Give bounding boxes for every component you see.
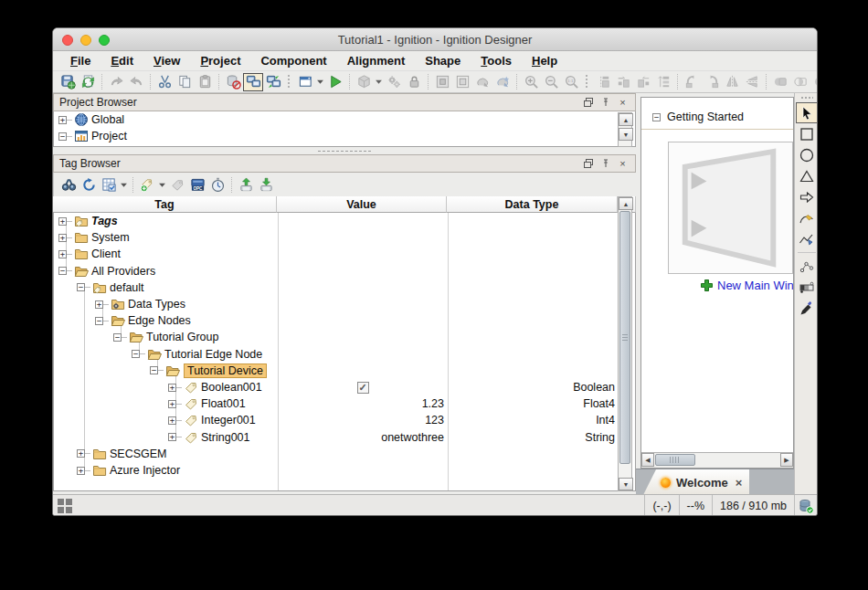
tree-toggle-icon[interactable]: + <box>95 300 103 309</box>
project-tree-row-global[interactable]: +Global <box>54 111 619 128</box>
grid-toggle-icon[interactable] <box>58 499 72 513</box>
tag-tree-row-tutorial-group[interactable]: −Tutorial Group <box>54 329 619 345</box>
shape-circle-tool-icon[interactable] <box>796 144 818 165</box>
menu-tools[interactable]: Tools <box>471 54 522 68</box>
palette-grip[interactable] <box>800 96 813 100</box>
value-cell[interactable]: ✓ <box>278 379 448 395</box>
close-panel-icon[interactable]: × <box>616 158 630 170</box>
pen-tool-icon[interactable] <box>796 228 818 249</box>
menu-help[interactable]: Help <box>522 54 567 68</box>
tag-tree-row-edge-nodes[interactable]: −Edge Nodes <box>54 312 619 329</box>
value-cell[interactable]: 1.23 <box>278 395 448 412</box>
tag-tree-row-tutorial-edge-node[interactable]: −Tutorial Edge Node <box>54 346 619 363</box>
shape-square-tool-icon[interactable] <box>796 123 818 144</box>
cut-icon[interactable] <box>154 73 175 91</box>
menu-view[interactable]: View <box>143 54 190 68</box>
tag-tree-row-azure-injector[interactable]: +Azure Injector <box>54 462 619 479</box>
tree-toggle-icon[interactable]: + <box>168 384 176 392</box>
pin-panel-icon[interactable] <box>598 97 612 109</box>
refresh-blue-icon[interactable] <box>79 175 99 194</box>
scroll-up-icon[interactable]: ▲ <box>619 197 633 210</box>
tag-add-icon[interactable] <box>137 175 157 194</box>
path-nodes-tool-icon[interactable] <box>796 256 818 277</box>
menu-project[interactable]: Project <box>190 54 250 68</box>
new-main-window-link[interactable]: New Main Window <box>700 279 794 292</box>
tab-welcome[interactable]: Welcome × <box>643 469 749 495</box>
dropdown-icon[interactable] <box>157 175 167 194</box>
tree-toggle-icon[interactable]: + <box>77 467 85 475</box>
tree-toggle-icon[interactable]: − <box>77 283 85 291</box>
tag-tree-row-tutorial-device[interactable]: −Tutorial Device <box>54 363 619 379</box>
tag-tree-row-data-types[interactable]: +Data Types <box>54 296 619 312</box>
column-header-data-type[interactable]: Data Type <box>447 196 618 213</box>
tree-toggle-icon[interactable]: + <box>58 217 67 226</box>
toolbar-grip[interactable] <box>287 74 291 90</box>
menu-edit[interactable]: Edit <box>101 54 143 68</box>
scroll-down-icon[interactable]: ▼ <box>619 478 633 490</box>
tag-tree-row-all-providers[interactable]: −All Providers <box>54 263 619 279</box>
pencil-tool-icon[interactable] <box>796 207 818 228</box>
menu-component[interactable]: Component <box>250 54 336 68</box>
shape-arrow-tool-icon[interactable] <box>796 186 818 207</box>
db-block-icon[interactable] <box>223 73 243 91</box>
tag-browser-scrollbar[interactable]: ▲ ▼ <box>618 196 632 491</box>
export-icon[interactable] <box>236 175 256 194</box>
dropdown-icon[interactable] <box>315 73 325 91</box>
eyedropper-tool-icon[interactable] <box>796 298 818 319</box>
tree-toggle-icon[interactable]: − <box>95 317 103 325</box>
project-browser-scrollbar[interactable]: ▲ ▼ <box>618 112 632 147</box>
tree-toggle-icon[interactable]: − <box>58 267 67 275</box>
tree-toggle-icon[interactable]: + <box>168 400 176 408</box>
play-icon[interactable] <box>325 73 345 91</box>
dropdown-icon[interactable] <box>119 175 129 194</box>
panel-splitter[interactable] <box>53 147 636 154</box>
scrollbar-thumb[interactable] <box>619 211 630 464</box>
tree-toggle-icon[interactable]: + <box>58 234 67 242</box>
project-tree-row-project[interactable]: −Project <box>54 128 619 144</box>
tree-toggle-icon[interactable]: − <box>113 333 122 342</box>
save-icon[interactable] <box>58 73 78 91</box>
close-tab-icon[interactable]: × <box>736 476 743 490</box>
menu-file[interactable]: File <box>60 54 101 68</box>
scroll-left-icon[interactable]: ◀ <box>641 453 654 467</box>
cursor-tool-icon[interactable] <box>796 102 818 123</box>
opc-icon[interactable]: OPC <box>187 175 207 194</box>
gateway-status-icon[interactable] <box>795 499 817 514</box>
column-header-value[interactable]: Value <box>277 196 447 213</box>
tag-tree-row-secsgem[interactable]: +SECSGEM <box>54 446 619 462</box>
close-panel-icon[interactable]: × <box>616 97 630 109</box>
column-header-tag[interactable]: Tag <box>53 196 277 213</box>
tree-toggle-icon[interactable]: + <box>168 416 176 425</box>
titlebar[interactable]: Tutorial1 - Ignition - Ignition Designer <box>53 28 817 51</box>
tag-tree-row-client[interactable]: +Client <box>54 246 619 262</box>
window-new-icon[interactable] <box>295 73 315 91</box>
update-icon[interactable] <box>78 73 98 91</box>
tag-tree-row-default[interactable]: −default <box>54 279 619 296</box>
scrollbar-thumb[interactable] <box>655 454 695 466</box>
tree-toggle-icon[interactable]: + <box>58 250 67 258</box>
toolbar-grip[interactable] <box>585 74 589 90</box>
shape-triangle-tool-icon[interactable] <box>796 165 818 186</box>
copy-icon[interactable] <box>175 73 195 91</box>
scroll-up-icon[interactable]: ▲ <box>619 113 633 126</box>
tag-tree-row-system[interactable]: +System <box>54 229 619 246</box>
computers-sync-icon[interactable] <box>263 73 283 91</box>
find-icon[interactable] <box>58 175 79 194</box>
stopwatch-icon[interactable] <box>207 175 228 194</box>
value-cell[interactable]: onetwothree <box>278 429 448 446</box>
tree-toggle-icon[interactable]: + <box>58 116 67 124</box>
grid-check-icon[interactable] <box>99 175 119 194</box>
gradient-tool-icon[interactable] <box>796 277 818 298</box>
computers-icon[interactable] <box>243 73 263 91</box>
horizontal-scrollbar[interactable]: ◀ ▶ <box>641 452 793 468</box>
float-panel-icon[interactable] <box>581 97 595 109</box>
menu-alignment[interactable]: Alignment <box>337 54 416 68</box>
tree-toggle-icon[interactable]: − <box>132 350 140 358</box>
tree-toggle-icon[interactable]: − <box>58 132 67 141</box>
pin-panel-icon[interactable] <box>598 158 612 170</box>
tree-toggle-icon[interactable]: + <box>168 433 176 441</box>
value-cell[interactable]: 123 <box>278 412 448 428</box>
collapse-section-icon[interactable]: − <box>652 113 661 121</box>
scroll-right-icon[interactable]: ▶ <box>780 453 793 467</box>
tree-toggle-icon[interactable]: + <box>77 449 85 458</box>
